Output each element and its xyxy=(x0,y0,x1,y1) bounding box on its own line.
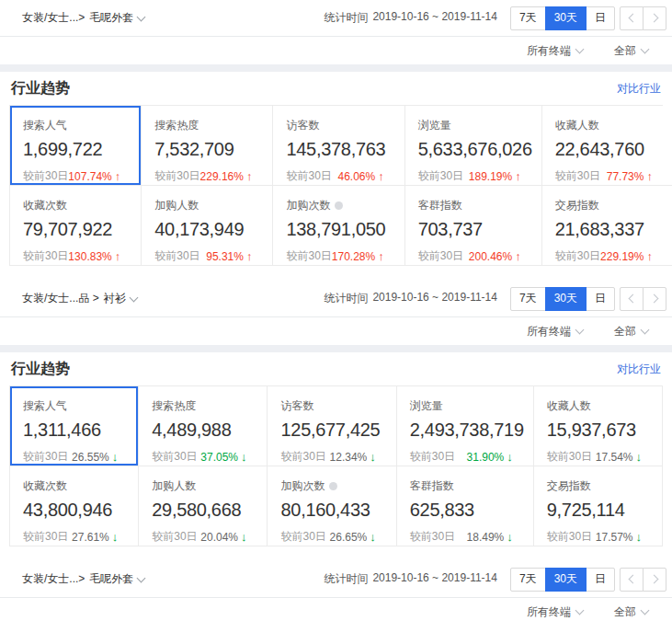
metric-card[interactable]: 搜索热度 7,532,709 较前30日 229.16% ↑ xyxy=(142,106,273,186)
range-tab-button[interactable]: 日 xyxy=(586,6,615,30)
metric-card[interactable]: 加购次数 138,791,050 较前30日 170.28% ↑ xyxy=(273,186,404,266)
metric-label-row: 搜索人气 xyxy=(23,118,131,133)
toolbar-right: 统计时间 2019-10-16 ~ 2019-11-14 7天30天日 xyxy=(324,6,666,30)
metric-card[interactable]: 访客数 145,378,763 较前30日 46.06% ↑ xyxy=(273,106,404,186)
change-percent-value: 31.90% xyxy=(467,451,505,464)
metric-value: 4,489,988 xyxy=(152,420,257,441)
panel-header: 行业趋势 对比行业 xyxy=(9,352,663,385)
metric-label: 收藏人数 xyxy=(547,398,591,414)
info-icon[interactable] xyxy=(329,482,337,490)
next-period-button[interactable] xyxy=(643,287,666,311)
compare-industry-link[interactable]: 对比行业 xyxy=(617,81,661,97)
scope-dropdown[interactable]: 全部 xyxy=(614,43,648,59)
metric-card[interactable]: 加购人数 29,580,668 较前30日 20.04% ↓ xyxy=(139,466,268,546)
metric-card[interactable]: 搜索人气 1,699,722 较前30日 107.74% ↑ xyxy=(10,106,142,186)
metric-label-row: 客群指数 xyxy=(410,478,524,494)
metric-card[interactable]: 浏览量 2,493,738,719 较前30日 31.90% ↓ xyxy=(397,386,534,466)
metric-card[interactable]: 交易指数 9,725,114 较前30日 17.57% ↓ xyxy=(534,466,663,546)
metric-card[interactable]: 客群指数 625,833 较前30日 18.49% ↓ xyxy=(397,466,534,546)
metric-card[interactable]: 收藏次数 79,707,922 较前30日 130.83% ↑ xyxy=(10,186,142,266)
metric-change-row: 较前30日 46.06% ↑ xyxy=(286,168,394,184)
change-percent: 229.19% ↑ xyxy=(600,250,653,263)
metric-change-row: 较前30日 229.19% ↑ xyxy=(555,248,664,264)
scope-dropdown-label: 全部 xyxy=(614,43,636,59)
range-tab-button[interactable]: 30天 xyxy=(545,6,587,30)
change-percent-value: 20.04% xyxy=(200,531,238,544)
metric-change-row: 较前30日 37.05% ↓ xyxy=(152,449,257,465)
change-percent-value: 18.49% xyxy=(467,531,505,544)
date-pager xyxy=(620,287,666,311)
change-percent: 17.54% ↓ xyxy=(596,451,642,464)
range-tab-button[interactable]: 30天 xyxy=(545,287,587,311)
next-period-button[interactable] xyxy=(643,6,666,30)
filter-row: 所有终端 全部 xyxy=(0,37,672,64)
metric-card[interactable]: 交易指数 21,683,337 较前30日 229.19% ↑ xyxy=(542,186,672,266)
change-percent-value: 12.34% xyxy=(330,451,368,464)
range-tab-button[interactable]: 日 xyxy=(586,287,615,311)
trend-arrow-icon: ↓ xyxy=(636,451,643,463)
chevron-down-icon xyxy=(575,45,585,54)
trend-arrow-icon: ↑ xyxy=(515,170,521,182)
metric-label: 客群指数 xyxy=(418,198,462,213)
breadcrumb-category-selector[interactable]: 女装/女士...> 毛呢外套 xyxy=(22,571,144,587)
metric-change-row: 较前30日 189.19% ↑ xyxy=(418,168,532,184)
metric-label-row: 客群指数 xyxy=(418,198,532,213)
metric-card[interactable]: 访客数 125,677,425 较前30日 12.34% ↓ xyxy=(268,386,396,466)
metric-card[interactable]: 收藏人数 22,643,760 较前30日 77.73% ↑ xyxy=(542,106,672,186)
metric-card[interactable]: 收藏次数 43,800,946 较前30日 27.61% ↓ xyxy=(10,466,139,546)
metric-label-row: 搜索人气 xyxy=(23,398,129,414)
metric-card[interactable]: 搜索热度 4,489,988 较前30日 37.05% ↓ xyxy=(139,386,268,466)
metric-change-row: 较前30日 130.83% ↑ xyxy=(23,248,131,264)
metric-change-row: 较前30日 200.46% ↑ xyxy=(418,248,532,264)
metric-label-row: 收藏次数 xyxy=(23,478,129,494)
breadcrumb-category-selector[interactable]: 女装/女士...> 毛呢外套 xyxy=(22,10,144,26)
metric-card[interactable]: 客群指数 703,737 较前30日 200.46% ↑ xyxy=(405,186,542,266)
chevron-down-icon xyxy=(575,326,585,335)
chevron-right-icon xyxy=(649,294,658,304)
range-tab-button[interactable]: 7天 xyxy=(510,6,546,30)
panel-title: 行业趋势 xyxy=(11,360,70,379)
prev-period-button[interactable] xyxy=(620,6,644,30)
stat-time: 统计时间 2019-10-16 ~ 2019-11-14 xyxy=(324,10,497,26)
metric-card[interactable]: 加购人数 40,173,949 较前30日 95.31% ↑ xyxy=(142,186,273,266)
compare-industry-link[interactable]: 对比行业 xyxy=(617,362,661,377)
metric-card[interactable]: 浏览量 5,633,676,026 较前30日 189.19% ↑ xyxy=(405,106,542,186)
range-tab-button[interactable]: 日 xyxy=(586,568,615,592)
scope-dropdown-label: 全部 xyxy=(614,324,636,339)
metric-card[interactable]: 搜索人气 1,311,466 较前30日 26.55% ↓ xyxy=(10,386,139,466)
filter-row: 所有终端 全部 xyxy=(0,598,672,621)
metric-card[interactable]: 收藏人数 15,937,673 较前30日 17.54% ↓ xyxy=(534,386,663,466)
change-percent: 17.57% ↓ xyxy=(596,531,642,544)
scope-dropdown[interactable]: 全部 xyxy=(614,324,648,339)
toolbar-right: 统计时间 2019-10-16 ~ 2019-11-14 7天30天日 xyxy=(324,287,666,311)
trend-arrow-icon: ↓ xyxy=(112,531,119,543)
date-range-tabs: 7天30天日 xyxy=(510,6,615,30)
terminal-dropdown[interactable]: 所有终端 xyxy=(527,604,583,620)
compare-period-label: 较前30日 xyxy=(152,449,197,465)
compare-period-label: 较前30日 xyxy=(154,248,199,264)
filter-row: 所有终端 全部 xyxy=(0,317,672,345)
section: 女装/女士...> 毛呢外套 统计时间 2019-10-16 ~ 2019-11… xyxy=(0,561,672,621)
info-icon[interactable] xyxy=(335,201,343,210)
range-tab-button[interactable]: 7天 xyxy=(510,287,546,311)
metric-change-row: 较前30日 26.65% ↓ xyxy=(280,529,386,545)
prev-period-button[interactable] xyxy=(620,568,644,592)
section: 女装/女士...品 > 衬衫 统计时间 2019-10-16 ~ 2019-11… xyxy=(0,281,672,561)
prev-period-button[interactable] xyxy=(620,287,644,311)
trend-arrow-icon: ↓ xyxy=(507,451,513,463)
next-period-button[interactable] xyxy=(643,568,666,592)
chevron-right-icon xyxy=(649,14,658,23)
metric-label: 访客数 xyxy=(286,118,319,133)
terminal-dropdown[interactable]: 所有终端 xyxy=(527,43,583,59)
change-percent-value: 26.55% xyxy=(72,451,109,464)
trend-arrow-icon: ↑ xyxy=(115,170,121,182)
metric-card[interactable]: 加购次数 80,160,433 较前30日 26.65% ↓ xyxy=(268,466,396,546)
range-tab-button[interactable]: 30天 xyxy=(545,568,587,592)
breadcrumb-category-selector[interactable]: 女装/女士...品 > 衬衫 xyxy=(22,291,137,306)
breadcrumb-prefix: 女装/女士...> xyxy=(22,10,85,26)
chevron-down-icon xyxy=(575,606,585,615)
range-tab-button[interactable]: 7天 xyxy=(510,568,546,592)
scope-dropdown[interactable]: 全部 xyxy=(614,604,648,620)
terminal-dropdown[interactable]: 所有终端 xyxy=(527,324,583,339)
metric-value: 2,493,738,719 xyxy=(410,420,524,441)
